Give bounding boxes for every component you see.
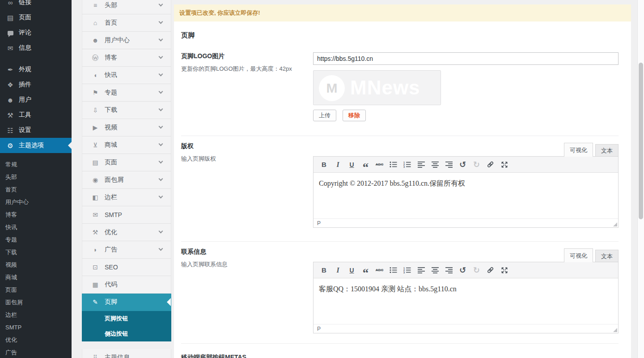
resize-grip[interactable] — [613, 222, 617, 226]
submenu-item[interactable]: 商城 — [0, 271, 72, 284]
sidebar-item-comments[interactable]: 评论 — [0, 25, 72, 40]
visual-tab[interactable]: 可视化 — [564, 248, 593, 262]
theme-menu-item-news[interactable]: ◖ 快讯 — [82, 67, 171, 84]
link-button[interactable] — [483, 159, 497, 170]
theme-menu-item-topics[interactable]: ⚑ 专题 — [82, 84, 171, 102]
submenu-item[interactable]: 视频 — [0, 259, 72, 271]
theme-menu-item-user-center[interactable]: ☻ 用户中心 — [82, 32, 171, 49]
submenu-item[interactable]: 头部 — [0, 171, 72, 183]
sidebar-item-tools[interactable]: ⚒ 工具 — [0, 107, 72, 123]
submenu-item[interactable]: 广告 — [0, 346, 72, 358]
flag-icon: ⚑ — [91, 90, 100, 96]
submenu-item[interactable]: 用户中心 — [0, 196, 72, 209]
submenu-item[interactable]: 下载 — [0, 246, 72, 259]
submenu-item[interactable]: 快讯 — [0, 221, 72, 234]
redo-button[interactable]: ↻ — [470, 264, 483, 276]
resize-grip[interactable] — [613, 328, 617, 332]
copyright-editor-content[interactable]: Copyright © 2012-2017 bbs.5g110.cn.保留所有权 — [314, 173, 618, 218]
theme-menu-item-code[interactable]: ▦ 代码 — [82, 276, 171, 294]
bold-button[interactable]: B — [317, 264, 331, 276]
sidebar-item-messages[interactable]: ✉ 信息 — [0, 40, 72, 55]
svg-text:3: 3 — [403, 166, 405, 168]
submenu-item-side-buttons[interactable]: 侧边按钮 — [82, 326, 171, 341]
chevron-down-icon — [159, 142, 163, 146]
editor-status-bar: P — [314, 324, 618, 333]
sidebar-item-settings[interactable]: ☷ 设置 — [0, 123, 72, 138]
theme-menu-item-download[interactable]: ⇩ 下载 — [82, 102, 171, 119]
sidebar-item-plugins[interactable]: ❖ 插件 — [0, 77, 72, 92]
align-center-button[interactable] — [428, 159, 442, 170]
fullscreen-button[interactable] — [497, 159, 511, 170]
vertical-scrollbar[interactable] — [637, 0, 644, 358]
theme-menu-item-blog[interactable]: Ⓦ 博客 — [82, 49, 171, 67]
visual-tab[interactable]: 可视化 — [564, 143, 593, 157]
theme-menu-item-optimize[interactable]: ⚒ 优化 — [82, 224, 171, 241]
theme-menu-item-seo[interactable]: ⊡ SEO — [82, 259, 171, 276]
submenu-item-footer-buttons[interactable]: 页脚按钮 — [82, 311, 171, 326]
numbered-list-button[interactable]: 123 — [400, 159, 414, 170]
pen-icon: ✎ — [91, 299, 100, 305]
text-tab[interactable]: 文本 — [595, 250, 619, 262]
numbered-list-button[interactable]: 123 — [400, 264, 414, 276]
upload-button[interactable]: 上传 — [313, 110, 336, 121]
underline-button[interactable]: U — [345, 159, 359, 170]
chevron-down-icon — [159, 37, 163, 42]
strikethrough-button[interactable]: ABC — [373, 159, 386, 170]
submenu-item[interactable]: 博客 — [0, 209, 72, 221]
bold-button[interactable]: B — [317, 159, 331, 170]
fullscreen-button[interactable] — [497, 264, 511, 276]
theme-menu-label: 商城 — [105, 141, 117, 149]
undo-button[interactable]: ↺ — [456, 159, 470, 170]
submenu-item[interactable]: 面包屑 — [0, 296, 72, 309]
strikethrough-button[interactable]: ABC — [373, 264, 386, 276]
italic-button[interactable]: I — [331, 264, 345, 276]
sidebar-item-theme-options[interactable]: ⚙ 主题选项 — [0, 138, 72, 153]
sidebar-item-users[interactable]: ☻ 用户 — [0, 92, 72, 107]
scrollbar-thumb[interactable] — [639, 63, 643, 219]
submenu-item[interactable]: 优化 — [0, 334, 72, 346]
wrench-icon: ⚒ — [91, 229, 100, 235]
submenu-item[interactable]: 首页 — [0, 183, 72, 196]
theme-menu-item-theme-info[interactable]: ⠿ 主题信息 — [82, 349, 171, 358]
theme-menu-item-pages[interactable]: ▤ 页面 — [82, 154, 171, 171]
submenu-item[interactable]: 专题 — [0, 234, 72, 246]
align-right-button[interactable] — [442, 159, 456, 170]
sidebar-item-links[interactable]: ∞ 链接 — [0, 0, 72, 10]
theme-menu-item-breadcrumb[interactable]: ◉ 面包屑 — [82, 171, 171, 189]
undo-button[interactable]: ↺ — [456, 264, 470, 276]
theme-menu-item-header[interactable]: ≡ 头部 — [82, 0, 171, 14]
submenu-item[interactable]: 边栏 — [0, 309, 72, 321]
logo-url-input[interactable] — [313, 52, 619, 65]
theme-menu-item-ads[interactable]: ◗ 广告 — [82, 241, 171, 259]
blockquote-button[interactable]: “ — [359, 264, 373, 276]
align-left-button[interactable] — [414, 159, 428, 170]
submenu-item[interactable]: 常规 — [0, 158, 72, 171]
bullet-list-button[interactable] — [386, 264, 400, 276]
theme-menu-item-smtp[interactable]: ✉ SMTP — [82, 206, 171, 224]
sidebar-item-appearance[interactable]: ✒ 外观 — [0, 62, 72, 77]
text-tab[interactable]: 文本 — [595, 144, 619, 156]
align-center-button[interactable] — [428, 264, 442, 276]
blockquote-button[interactable]: “ — [359, 159, 373, 170]
remove-button[interactable]: 移除 — [343, 110, 366, 121]
align-left-button[interactable] — [414, 264, 428, 276]
italic-button[interactable]: I — [331, 159, 345, 170]
theme-menu-label: 主题信息 — [105, 354, 130, 358]
theme-menu-item-footer[interactable]: ✎ 页脚 — [82, 294, 171, 311]
chevron-down-icon — [159, 2, 163, 7]
redo-button[interactable]: ↻ — [470, 159, 483, 170]
sidebar-item-label: 用户 — [19, 96, 31, 104]
theme-menu-item-video[interactable]: ▶ 视频 — [82, 119, 171, 136]
link-button[interactable] — [483, 264, 497, 276]
submenu-item[interactable]: SMTP — [0, 321, 72, 334]
bullet-list-button[interactable] — [386, 159, 400, 170]
theme-menu-item-sidebar[interactable]: ◧ 边栏 — [82, 189, 171, 206]
theme-menu-item-home[interactable]: ⌂ 首页 — [82, 14, 171, 32]
theme-menu-label: 优化 — [105, 228, 117, 236]
submenu-item[interactable]: 页面 — [0, 284, 72, 296]
theme-menu-item-shop[interactable]: ⊻ 商城 — [82, 136, 171, 154]
sidebar-item-pages[interactable]: ▤ 页面 — [0, 10, 72, 25]
underline-button[interactable]: U — [345, 264, 359, 276]
contact-editor-content[interactable]: 客服QQ：15001904 亲测 站点：bbs.5g110.cn — [314, 278, 618, 324]
align-right-button[interactable] — [442, 264, 456, 276]
